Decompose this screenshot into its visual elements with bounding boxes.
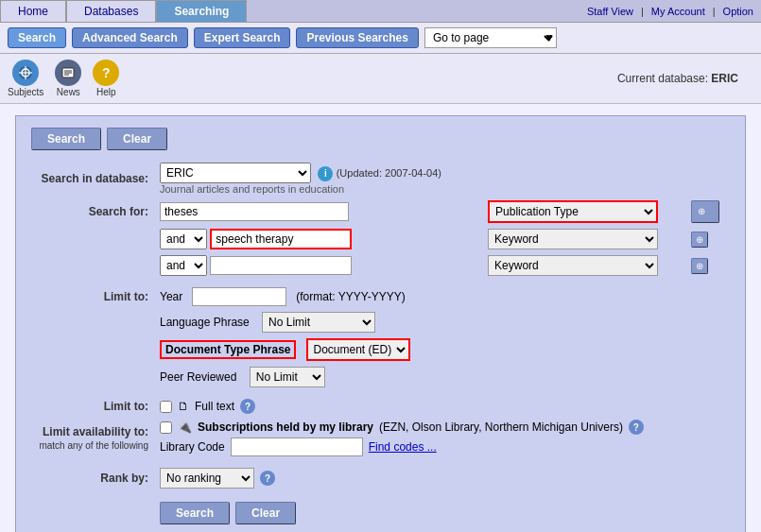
match-label: match any of the following xyxy=(39,440,148,451)
doc-type-row: Document Type Phrase Document (ED) No Li… xyxy=(31,335,730,364)
home-tab[interactable]: Home xyxy=(0,0,66,22)
databases-tab[interactable]: Databases xyxy=(66,0,156,22)
peer-reviewed-row: Peer Reviewed No Limit xyxy=(31,364,730,390)
my-account-link[interactable]: My Account xyxy=(651,6,705,17)
goto-page-select[interactable]: Go to page xyxy=(424,27,557,48)
clear-button-top[interactable]: Clear xyxy=(107,128,167,150)
second-navigation: Search Advanced Search Expert Search Pre… xyxy=(0,23,761,54)
peer-reviewed-label: Peer Reviewed xyxy=(160,370,236,384)
language-label: Language Phrase xyxy=(160,316,250,329)
search-input-1[interactable] xyxy=(160,202,349,221)
expert-search-button[interactable]: Expert Search xyxy=(194,27,291,48)
search-icon-btn-2[interactable]: ⊕ xyxy=(691,232,708,248)
search-form-table: Search in database: ERIC i (Updated: 200… xyxy=(31,160,730,532)
full-text-label: Full text xyxy=(195,400,234,413)
search-input-3[interactable] xyxy=(210,256,352,275)
empty-limit-label-2 xyxy=(31,335,154,364)
full-text-help-icon[interactable]: ? xyxy=(240,399,255,414)
language-select[interactable]: No Limit xyxy=(262,312,375,333)
peer-reviewed-cell: Peer Reviewed No Limit xyxy=(154,364,730,390)
availability-row: Limit availability to: match any of the … xyxy=(31,417,730,459)
year-cell: Year (format: YYYY-YYYY) xyxy=(154,284,730,309)
news-icon xyxy=(55,60,81,86)
search-type-select-2[interactable]: Keyword Publication Type xyxy=(488,229,658,249)
search-connector-cell-2: and or not xyxy=(154,226,482,252)
full-text-checkbox[interactable] xyxy=(160,401,172,413)
limit-to-label-2: Limit to: xyxy=(31,396,154,417)
search-type-select-1[interactable]: Publication Type Keyword xyxy=(488,200,658,223)
library-code-input[interactable] xyxy=(231,438,363,456)
news-icon-item[interactable]: News xyxy=(55,60,81,97)
rank-select[interactable]: No ranking xyxy=(160,468,254,489)
bottom-action-row: Search Clear xyxy=(31,499,730,532)
advanced-search-button[interactable]: Advanced Search xyxy=(72,27,188,48)
top-action-bar: Search Clear xyxy=(31,128,730,150)
doc-type-select[interactable]: Document (ED) No Limit xyxy=(306,338,410,361)
database-updated: (Updated: 2007-04-04) xyxy=(337,167,441,179)
clear-button-bottom[interactable]: Clear xyxy=(235,502,296,524)
search-card: Search Clear Search in database: ERIC i … xyxy=(15,115,746,532)
year-input[interactable] xyxy=(192,287,286,306)
database-row: Search in database: ERIC i (Updated: 200… xyxy=(31,160,730,197)
search-type-cell-1: Publication Type Keyword xyxy=(482,197,685,226)
search-connector-cell-3: and or xyxy=(154,252,482,279)
option-link[interactable]: Option xyxy=(723,6,753,17)
rank-help-icon[interactable]: ? xyxy=(260,471,275,486)
search-icon-cell-3: ⊕ xyxy=(685,252,730,279)
subscriptions-help-icon[interactable]: ? xyxy=(629,420,644,435)
current-db-label: Current database: xyxy=(617,72,708,85)
search-icon-cell-1: ⊕ xyxy=(685,197,730,226)
separator: | xyxy=(641,6,644,17)
limit-availability-label: Limit availability to: match any of the … xyxy=(31,417,154,459)
bottom-action-cell: Search Clear xyxy=(154,499,730,532)
empty-label-bottom xyxy=(31,499,154,532)
subscriptions-cell: 🔌 Subscriptions held by my library (EZN,… xyxy=(154,417,730,459)
limit-to-label: Limit to: xyxy=(31,284,154,309)
limit-year-row: Limit to: Year (format: YYYY-YYYY) xyxy=(31,284,730,309)
year-label: Year xyxy=(160,290,182,303)
search-row-2: and or not Keyword Publication Type ⊕ xyxy=(31,226,730,252)
rank-cell: No ranking ? xyxy=(154,465,730,491)
search-icon-btn-1[interactable]: ⊕ xyxy=(691,200,719,223)
icon-bar: Subjects News ? Help Current database: E… xyxy=(0,54,761,104)
searching-tab[interactable]: Searching xyxy=(156,0,247,22)
subjects-icon xyxy=(12,60,39,86)
language-cell: Language Phrase No Limit xyxy=(154,309,730,335)
top-navigation: Home Databases Searching Staff View | My… xyxy=(0,0,761,23)
rank-by-label: Rank by: xyxy=(31,465,154,491)
connector-select-2[interactable]: and or not xyxy=(160,229,207,249)
language-row: Language Phrase No Limit xyxy=(31,309,730,335)
search-icon-cell-2: ⊕ xyxy=(685,226,730,252)
search-button-bottom[interactable]: Search xyxy=(160,502,230,524)
search-icon-btn-3[interactable]: ⊕ xyxy=(691,258,708,274)
search-input-2[interactable] xyxy=(210,229,352,249)
staff-view-link[interactable]: Staff View xyxy=(587,6,633,17)
full-text-icon: 🗋 xyxy=(178,400,189,413)
separator2: | xyxy=(713,6,716,17)
subjects-icon-item[interactable]: Subjects xyxy=(8,60,43,97)
peer-reviewed-select[interactable]: No Limit xyxy=(250,367,325,387)
help-label: Help xyxy=(96,87,116,97)
empty-label-2 xyxy=(31,226,154,252)
svg-text:⊕: ⊕ xyxy=(698,206,705,216)
full-text-cell: 🗋 Full text ? xyxy=(154,396,730,417)
help-icon-item[interactable]: ? Help xyxy=(93,60,119,97)
search-type-select-3[interactable]: Keyword Publication Type xyxy=(488,255,658,276)
library-code-row: Library Code Find codes ... xyxy=(160,438,724,456)
doc-type-label: Document Type Phrase xyxy=(160,340,296,359)
connector-select-3[interactable]: and or xyxy=(160,255,207,276)
subscriptions-icon: 🔌 xyxy=(178,420,192,434)
subscriptions-checkbox[interactable] xyxy=(160,421,172,434)
basic-search-button[interactable]: Search xyxy=(8,27,66,48)
search-button-top[interactable]: Search xyxy=(31,128,101,150)
previous-searches-button[interactable]: Previous Searches xyxy=(296,27,418,48)
find-codes-link[interactable]: Find codes ... xyxy=(369,440,437,454)
database-select[interactable]: ERIC xyxy=(160,163,311,183)
subscriptions-detail: (EZN, Olson Library, Northern Michigan U… xyxy=(379,420,623,434)
full-text-container: 🗋 Full text ? xyxy=(160,399,724,414)
search-type-cell-3: Keyword Publication Type xyxy=(482,252,685,279)
info-icon[interactable]: i xyxy=(318,166,333,181)
search-row-1: Search for: Publication Type Keyword ⊕ xyxy=(31,197,730,226)
empty-limit-label-3 xyxy=(31,364,154,390)
subscriptions-label: Subscriptions held by my library xyxy=(198,420,373,434)
